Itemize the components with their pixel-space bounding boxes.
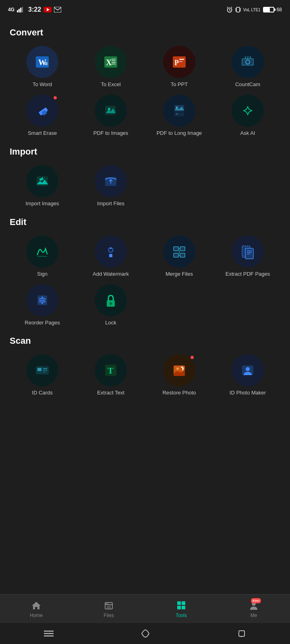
nav-tools-label: Tools — [176, 613, 187, 618]
tool-import-files[interactable]: Import Files — [78, 165, 143, 207]
tool-to-excel[interactable]: X To Excel — [78, 46, 143, 88]
restore-photo-icon — [170, 361, 188, 379]
tool-to-ppt[interactable]: P To PPT — [147, 46, 212, 88]
edit-grid: Sign Add Watermark — [10, 235, 280, 326]
smart-erase-label: Smart Erase — [28, 130, 57, 137]
nav-files[interactable]: Files — [72, 600, 145, 618]
to-word-label: To Word — [33, 81, 52, 88]
signal-4g: 4G — [8, 7, 14, 12]
svg-rect-12 — [236, 7, 240, 12]
tool-add-watermark[interactable]: Add Watermark — [78, 235, 143, 278]
extract-pdf-icon — [239, 243, 257, 260]
countcam-label: CountCam — [235, 81, 260, 88]
countcam-icon: 1 2 3 — [239, 53, 257, 71]
svg-text:3: 3 — [249, 56, 251, 59]
pdf-to-images-label: PDF to Images — [93, 130, 128, 137]
sign-icon — [33, 243, 51, 260]
tool-reorder-pages[interactable]: Reorder Pages — [10, 284, 75, 326]
svg-text:T: T — [108, 365, 114, 376]
svg-rect-26 — [112, 62, 116, 63]
merge-files-label: Merge Files — [166, 271, 193, 278]
svg-rect-31 — [179, 61, 182, 62]
svg-point-46 — [176, 113, 178, 115]
tools-nav-icon — [176, 600, 187, 611]
edu-badge: EDU — [251, 598, 261, 603]
reorder-pages-label: Reorder Pages — [25, 320, 60, 326]
nav-me[interactable]: EDU Me — [218, 600, 290, 618]
alarm-icon — [226, 6, 233, 13]
files-nav-icon — [103, 600, 114, 611]
svg-rect-92 — [105, 603, 108, 605]
sign-label: Sign — [37, 271, 48, 278]
tool-smart-erase[interactable]: Smart Erase — [10, 95, 75, 137]
svg-point-40 — [108, 108, 110, 110]
svg-rect-27 — [112, 64, 116, 64]
convert-grid: W ≡ To Word X — [10, 46, 280, 137]
signal-bars-icon — [17, 7, 24, 12]
tool-import-images[interactable]: Import Images — [10, 165, 75, 207]
section-convert: Convert W ≡ To Word — [10, 27, 280, 137]
tool-to-word[interactable]: W ≡ To Word — [10, 46, 75, 88]
nav-home-label: Home — [30, 613, 43, 618]
svg-rect-57 — [109, 254, 112, 257]
svg-rect-30 — [179, 59, 184, 60]
pdf-to-long-label: PDF to Long Image — [157, 130, 202, 137]
tool-restore-photo[interactable]: Restore Photo — [147, 354, 212, 396]
svg-rect-1 — [19, 9, 20, 12]
merge-icon — [170, 243, 188, 260]
section-import: Import Import Images — [10, 147, 280, 207]
ppt-icon: P — [170, 53, 188, 71]
extract-pdf-label: Extract PDF Pages — [226, 271, 270, 278]
tool-sign[interactable]: Sign — [10, 235, 75, 278]
home-nav-icon — [31, 600, 42, 611]
svg-text:X: X — [106, 58, 112, 67]
main-content: Convert W ≡ To Word — [0, 19, 290, 466]
section-edit: Edit Sign — [10, 217, 280, 326]
to-excel-label: To Excel — [101, 81, 120, 88]
convert-title: Convert — [10, 27, 280, 38]
svg-rect-60 — [180, 247, 185, 251]
youtube-icon — [44, 7, 52, 12]
import-files-icon — [102, 172, 120, 190]
svg-rect-2 — [20, 8, 21, 12]
extract-text-label: Extract Text — [97, 390, 124, 396]
svg-line-10 — [227, 7, 228, 8]
tool-pdf-to-images[interactable]: PDF to Images — [78, 95, 143, 137]
import-images-icon — [33, 172, 51, 190]
svg-rect-6 — [54, 7, 61, 12]
watermark-icon — [102, 243, 120, 260]
svg-rect-98 — [182, 606, 185, 609]
lock-label: Lock — [105, 320, 116, 326]
status-right: VoL LTE1 68 — [226, 6, 282, 13]
tool-extract-pdf[interactable]: Extract PDF Pages — [215, 235, 280, 278]
pdf-to-long-icon — [170, 102, 188, 120]
menu-button[interactable] — [44, 630, 54, 637]
tool-ask-ai[interactable]: Ask AI — [215, 95, 280, 137]
tool-id-cards[interactable]: ID Cards — [10, 354, 75, 396]
tool-id-photo-maker[interactable]: ID Photo Maker — [215, 354, 280, 396]
svg-text:≡: ≡ — [45, 61, 48, 66]
tool-lock[interactable]: Lock — [78, 284, 143, 326]
nav-files-label: Files — [104, 613, 114, 618]
bottom-nav: Home Files Tools — [0, 594, 290, 623]
svg-rect-45 — [174, 112, 184, 116]
extract-text-icon: T — [102, 361, 120, 379]
nav-home[interactable]: Home — [0, 600, 72, 618]
id-cards-icon — [33, 361, 51, 379]
back-button[interactable] — [237, 630, 246, 637]
nav-tools[interactable]: Tools — [145, 600, 218, 618]
tool-extract-text[interactable]: T Extract Text — [78, 354, 143, 396]
word-icon: W ≡ — [33, 53, 51, 71]
home-button[interactable] — [141, 629, 150, 638]
tool-merge-files[interactable]: Merge Files — [147, 235, 212, 278]
tool-pdf-to-long[interactable]: PDF to Long Image — [147, 95, 212, 137]
svg-rect-79 — [37, 368, 41, 371]
svg-rect-3 — [22, 7, 23, 12]
to-ppt-label: To PPT — [171, 81, 188, 88]
tool-countcam[interactable]: 1 2 3 CountCam — [215, 46, 280, 88]
status-bar: 4G 3:22 — [0, 0, 290, 19]
svg-rect-0 — [17, 10, 18, 12]
id-photo-maker-label: ID Photo Maker — [230, 390, 266, 396]
smart-erase-icon — [33, 102, 51, 120]
svg-rect-59 — [174, 247, 178, 251]
